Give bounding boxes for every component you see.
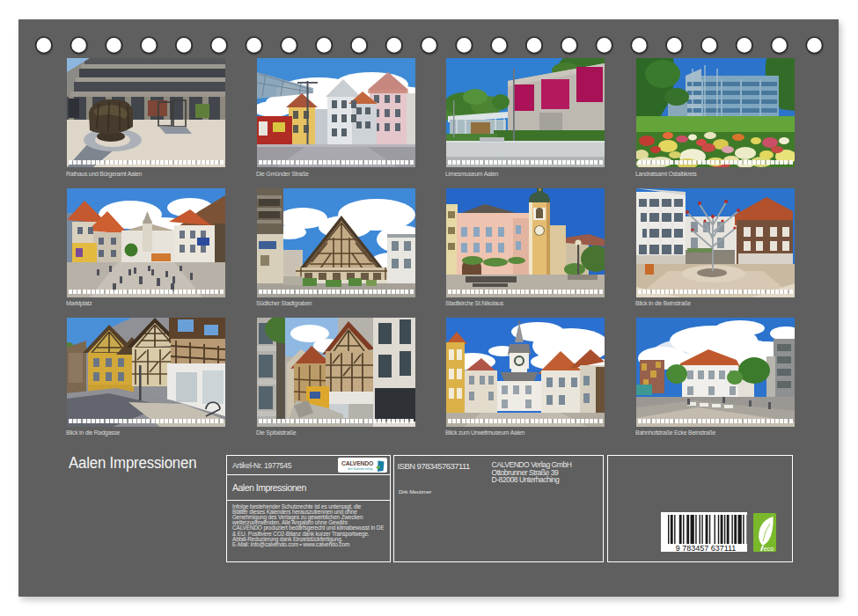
svg-text:9 783457 637111: 9 783457 637111 <box>675 544 736 553</box>
svg-text:CALVENDO: CALVENDO <box>341 460 373 466</box>
svg-text:dein Kalenderverlag: dein Kalenderverlag <box>348 467 373 471</box>
svg-text:eco: eco <box>763 544 774 552</box>
